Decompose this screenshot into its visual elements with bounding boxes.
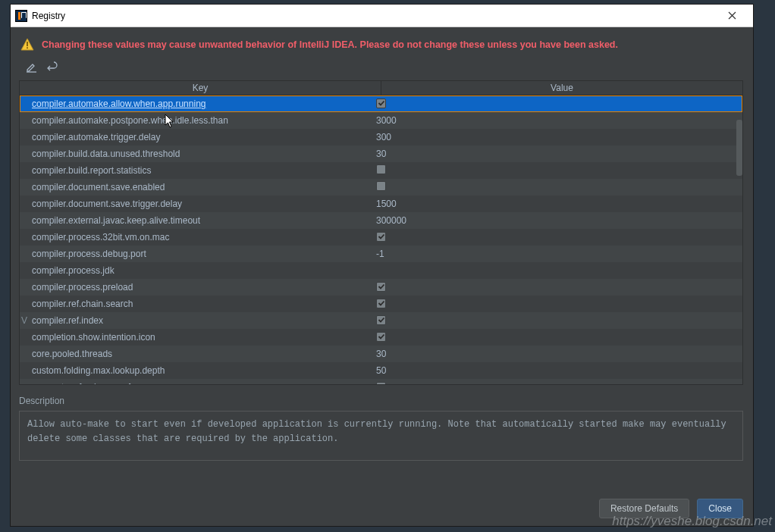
row-value[interactable]: 50 [372, 365, 742, 376]
description-label: Description [19, 396, 743, 406]
table-row[interactable]: compiler.document.save.enabled [20, 179, 742, 196]
row-key: compiler.automake.trigger.delay [29, 132, 372, 142]
col-key[interactable]: Key [20, 81, 381, 95]
row-key: compiler.document.save.trigger.delay [29, 199, 372, 209]
table-header: Key Value [20, 81, 742, 95]
table-row[interactable]: compiler.build.data.unused.threshold30 [20, 146, 742, 162]
row-value[interactable] [372, 282, 742, 293]
row-key: compiler.process.preload [29, 282, 372, 293]
table-body[interactable]: compiler.automake.allow.when.app.running… [20, 95, 742, 384]
checkbox[interactable] [376, 382, 386, 384]
window-title: Registry [32, 11, 65, 21]
row-value[interactable]: 300000 [372, 215, 742, 226]
button-row: Restore Defaults Close [19, 491, 743, 518]
warning-row: Changing these values may cause unwanted… [19, 35, 743, 58]
close-button[interactable]: Close [697, 499, 743, 518]
close-icon[interactable] [715, 5, 748, 27]
table-row[interactable]: compiler.build.report.statistics [20, 162, 742, 179]
table-row[interactable]: compiler.document.save.trigger.delay1500 [20, 196, 742, 212]
row-value[interactable]: 30 [372, 149, 742, 159]
row-key: compiler.build.data.unused.threshold [29, 149, 372, 159]
row-value[interactable]: -1 [372, 249, 742, 259]
table-row[interactable]: compiler.automake.allow.when.app.running [20, 95, 742, 112]
scrollbar[interactable] [736, 95, 742, 384]
titlebar[interactable]: Registry [11, 5, 753, 27]
row-value[interactable]: 30 [372, 349, 742, 359]
scrollbar-thumb[interactable] [736, 120, 742, 176]
row-key: compiler.ref.chain.search [29, 299, 372, 309]
svg-rect-1 [27, 47, 28, 49]
svg-rect-0 [27, 42, 28, 46]
table-row[interactable]: compiler.process.jdk [20, 262, 742, 279]
registry-dialog: Registry Changing these values may cause… [10, 4, 754, 527]
registry-table: Key Value compiler.automake.allow.when.a… [19, 80, 743, 385]
checkbox[interactable] [376, 164, 386, 174]
checkbox[interactable] [376, 282, 386, 292]
row-key: compiler.external.javac.keep.alive.timeo… [29, 215, 372, 226]
checkbox[interactable] [376, 181, 386, 191]
row-value[interactable] [372, 382, 742, 384]
table-row[interactable]: Vcompiler.ref.index [20, 312, 742, 329]
warning-icon [20, 38, 34, 52]
description-text: Allow auto-make to start even if develop… [19, 411, 743, 461]
row-key: compiler.build.report.statistics [29, 165, 372, 176]
table-row[interactable]: compiler.ref.chain.search [20, 296, 742, 312]
row-key: custom.folding.max.lookup.depth [29, 365, 372, 376]
checkbox[interactable] [376, 315, 386, 325]
table-row[interactable]: compiler.external.javac.keep.alive.timeo… [20, 212, 742, 229]
table-row[interactable]: compiler.automake.trigger.delay300 [20, 129, 742, 146]
row-key: compiler.ref.index [29, 315, 372, 326]
row-key: compiler.process.debug.port [29, 249, 372, 259]
toolbar [19, 58, 743, 79]
row-key: compiler.process.32bit.vm.on.mac [29, 232, 372, 243]
row-value[interactable]: 300 [372, 132, 742, 142]
checkbox[interactable] [376, 332, 386, 342]
row-key: compiler.process.jdk [29, 265, 372, 276]
table-row[interactable]: completion.show.intention.icon [20, 329, 742, 346]
table-row[interactable]: compiler.automake.postpone.when.idle.les… [20, 112, 742, 129]
row-value[interactable] [372, 315, 742, 327]
app-icon [15, 10, 27, 22]
row-key: compiler.automake.allow.when.app.running [29, 99, 372, 109]
checkbox[interactable] [376, 99, 386, 108]
table-row[interactable]: compiler.process.preload [20, 279, 742, 296]
table-row[interactable]: compiler.process.32bit.vm.on.mac [20, 229, 742, 246]
row-value[interactable] [372, 332, 742, 343]
checkbox[interactable] [376, 299, 386, 308]
table-row[interactable]: custom.folding.max.lookup.depth50 [20, 362, 742, 379]
row-value[interactable]: 1500 [372, 199, 742, 209]
row-value[interactable] [372, 299, 742, 310]
table-row[interactable]: core.pooled.threads30 [20, 346, 742, 362]
row-value[interactable]: 3000 [372, 115, 742, 126]
row-key: compiler.document.save.enabled [29, 182, 372, 192]
row-key: compiler.automake.postpone.when.idle.les… [29, 115, 372, 126]
row-value[interactable] [372, 232, 742, 243]
row-key: core.pooled.threads [29, 349, 372, 359]
restore-defaults-button[interactable]: Restore Defaults [599, 499, 689, 518]
table-row[interactable]: compiler.process.debug.port-1 [20, 246, 742, 262]
row-marker: V [20, 315, 29, 326]
table-row[interactable]: cvs.roots.refresh.uses.vfs [20, 379, 742, 384]
dialog-content: Changing these values may cause unwanted… [11, 27, 753, 526]
row-key: completion.show.intention.icon [29, 332, 372, 343]
row-value[interactable] [372, 99, 742, 110]
warning-text: Changing these values may cause unwanted… [42, 39, 618, 50]
edit-icon[interactable] [24, 59, 39, 74]
row-value[interactable] [372, 164, 742, 177]
col-value[interactable]: Value [381, 81, 742, 95]
undo-icon[interactable] [45, 59, 60, 74]
checkbox[interactable] [376, 232, 386, 242]
row-value[interactable] [372, 181, 742, 193]
row-key: cvs.roots.refresh.uses.vfs [29, 382, 372, 384]
